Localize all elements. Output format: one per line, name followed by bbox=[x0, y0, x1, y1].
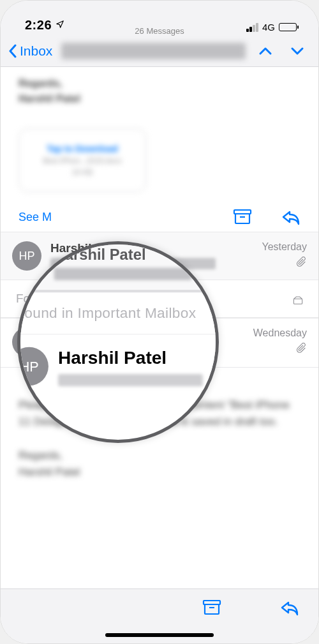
nav-title bbox=[61, 43, 246, 59]
bottom-toolbar bbox=[1, 588, 318, 643]
section-label-text: Found in Important Mailbox bbox=[17, 292, 219, 334]
preview-text bbox=[54, 268, 192, 280]
svg-rect-5 bbox=[205, 604, 219, 614]
nav-bar: 26 Messages Inbox bbox=[1, 35, 318, 67]
mailbox-icon bbox=[293, 296, 303, 306]
paperclip-icon bbox=[297, 343, 307, 353]
signature-line: Regards, bbox=[19, 447, 300, 464]
paperclip-icon bbox=[297, 257, 307, 267]
svg-rect-3 bbox=[293, 299, 302, 304]
message-count: 26 Messages bbox=[1, 26, 318, 36]
attachment-card[interactable]: Tap to Download Best iPhon...2019.docx 2… bbox=[19, 128, 146, 192]
archive-button[interactable] bbox=[202, 599, 221, 616]
magnifier-callout: HP Harshil Patel Found in Important Mail… bbox=[17, 241, 219, 443]
back-button[interactable]: Inbox bbox=[8, 43, 52, 59]
back-label: Inbox bbox=[20, 43, 52, 59]
sender-name: Harshil Patel bbox=[58, 347, 203, 368]
thread-date: Wednesday bbox=[253, 327, 307, 339]
svg-rect-1 bbox=[235, 214, 249, 223]
avatar: HP bbox=[12, 241, 41, 271]
signature-line: Regards, bbox=[19, 76, 300, 91]
home-indicator[interactable] bbox=[105, 633, 214, 637]
thread-date: Yesterday bbox=[262, 241, 307, 253]
archive-button[interactable] bbox=[233, 209, 252, 225]
see-more-link[interactable]: See M bbox=[19, 211, 52, 224]
next-message-button[interactable] bbox=[290, 47, 304, 56]
chevron-left-icon bbox=[8, 44, 17, 58]
signature-line: Harshil Patel bbox=[19, 91, 300, 107]
attachment-size: 24 KB bbox=[72, 168, 93, 177]
preview-text bbox=[58, 374, 203, 386]
reply-button[interactable] bbox=[280, 599, 299, 616]
signature-line: Harshil Patel bbox=[19, 464, 300, 481]
attachment-title: Tap to Download bbox=[47, 144, 118, 154]
prev-message-button[interactable] bbox=[258, 47, 272, 56]
reply-button[interactable] bbox=[281, 209, 300, 225]
attachment-filename: Best iPhon...2019.docx bbox=[43, 156, 121, 165]
